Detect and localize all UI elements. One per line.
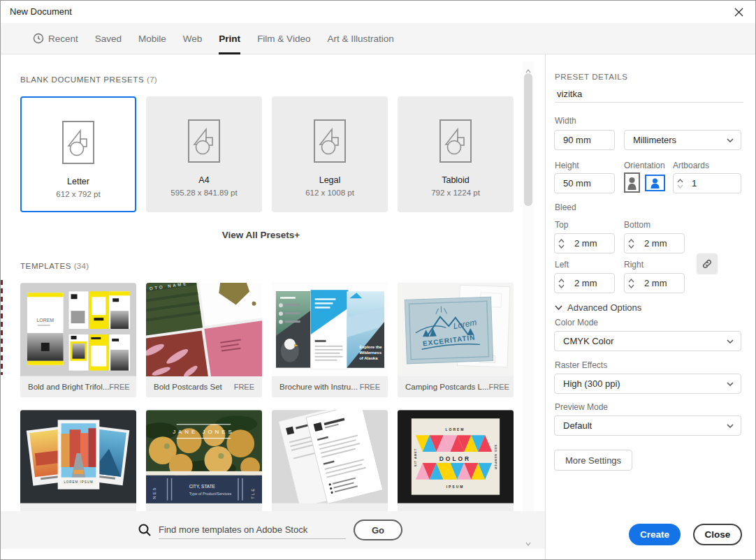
create-button[interactable]: Create xyxy=(629,524,681,545)
tab-bar: Recent Saved Mobile Web Print Film & Vid… xyxy=(1,23,755,54)
preset-details-panel: PRESET DETAILS Width 90 mm Millimeters H… xyxy=(546,54,755,559)
bleed-top-value: 2 mm xyxy=(567,238,597,249)
bleed-left-label: Left xyxy=(555,260,569,270)
stepper-arrows xyxy=(555,274,567,293)
template-name: Bold and Bright Trifol... xyxy=(28,383,109,391)
template-card-dolor-triangles[interactable]: LOREM DOLOR xyxy=(398,410,514,524)
blank-document-icon xyxy=(313,119,347,163)
height-value: 50 mm xyxy=(563,178,591,189)
more-settings-button[interactable]: More Settings xyxy=(554,450,632,471)
svg-text:DOLOR: DOLOR xyxy=(439,455,471,462)
landscape-orientation-button[interactable] xyxy=(645,175,665,191)
blank-document-icon xyxy=(61,120,95,165)
bleed-top-label: Top xyxy=(555,220,568,230)
svg-text:SED SEMPER: SED SEMPER xyxy=(494,445,497,470)
decrement-icon[interactable] xyxy=(628,244,634,249)
increment-icon[interactable] xyxy=(558,239,565,243)
template-thumbnail-trifold: LOREM xyxy=(20,283,136,376)
color-mode-label: Color Mode xyxy=(555,318,598,327)
portrait-orientation-button[interactable] xyxy=(624,172,640,193)
window-close-button[interactable] xyxy=(732,5,746,19)
svg-text:NES: NES xyxy=(152,486,157,499)
width-value: 90 mm xyxy=(563,135,591,145)
template-card-camping-postcards[interactable]: Lorem EXCERITATIN Camping Postcards L...… xyxy=(398,283,514,397)
stock-search-input[interactable] xyxy=(159,521,346,539)
svg-text:LOREM: LOREM xyxy=(36,318,54,323)
template-card-resume[interactable] xyxy=(272,410,388,524)
template-card-jane-jones[interactable]: JANE JONES CITY, STATE Type of Product/S… xyxy=(146,410,262,524)
height-input[interactable]: 50 mm xyxy=(554,173,615,193)
new-document-dialog: New Document Recent Saved Mobile Web Pri… xyxy=(0,0,756,560)
template-thumbnail-camping: Lorem EXCERITATIN xyxy=(398,283,514,376)
close-button[interactable]: Close xyxy=(693,524,742,545)
increment-icon[interactable] xyxy=(628,279,634,283)
tab-saved[interactable]: Saved xyxy=(87,23,130,54)
bleed-left-stepper[interactable]: 2 mm xyxy=(554,273,615,293)
tab-web-label: Web xyxy=(183,34,203,44)
decrement-icon[interactable] xyxy=(558,244,565,249)
bleed-label: Bleed xyxy=(555,202,576,212)
bleed-bottom-stepper[interactable]: 2 mm xyxy=(624,233,685,253)
bleed-right-stepper[interactable]: 2 mm xyxy=(624,273,685,293)
preset-card-letter[interactable]: Letter 612 x 792 pt xyxy=(20,96,136,212)
portrait-icon xyxy=(627,175,637,190)
preset-card-tabloid[interactable]: Tabloid 792 x 1224 pt xyxy=(398,96,514,212)
artboards-value: 1 xyxy=(686,178,697,189)
preset-name-input[interactable] xyxy=(555,86,743,103)
browse-panel: BLANK DOCUMENT PRESETS (7) Letter 612 x … xyxy=(1,54,546,559)
scroll-down-icon[interactable] xyxy=(525,536,531,549)
template-card-travel-posters[interactable]: LOREM IPSUM xyxy=(20,410,136,524)
increment-icon[interactable] xyxy=(628,239,634,243)
templates-scrollbar[interactable] xyxy=(523,61,534,511)
template-name: Camping Postcards L... xyxy=(405,383,489,391)
view-all-presets-link[interactable]: View All Presets+ xyxy=(1,230,521,240)
decrement-icon[interactable] xyxy=(677,184,683,189)
decrement-icon[interactable] xyxy=(628,284,634,288)
scrollbar-thumb[interactable] xyxy=(524,73,532,206)
svg-text:LOREM IPSUM: LOREM IPSUM xyxy=(64,480,93,484)
width-input[interactable]: 90 mm xyxy=(554,130,615,150)
tab-print-label: Print xyxy=(219,34,240,44)
preview-mode-select[interactable]: Default xyxy=(554,415,741,436)
stepper-arrows xyxy=(625,234,637,253)
search-icon xyxy=(138,523,152,537)
artboards-stepper-arrows xyxy=(674,174,686,193)
tab-mobile[interactable]: Mobile xyxy=(130,23,175,54)
preset-row: Letter 612 x 792 pt A4 595.28 x 841.89 p… xyxy=(20,96,514,212)
units-select[interactable]: Millimeters xyxy=(624,130,741,150)
svg-text:of Alaska: of Alaska xyxy=(359,356,378,360)
tab-art-illustration[interactable]: Art & Illustration xyxy=(319,23,402,54)
template-thumbnail-resume xyxy=(272,410,388,503)
raster-effects-label: Raster Effects xyxy=(555,360,607,370)
template-card-bold-postcards[interactable]: OTO NAME xyxy=(146,283,262,397)
stepper-arrows xyxy=(625,274,637,293)
increment-icon[interactable] xyxy=(558,279,565,283)
preset-dimensions: 595.28 x 841.89 pt xyxy=(146,189,262,197)
preset-card-a4[interactable]: A4 595.28 x 841.89 pt xyxy=(146,96,262,212)
increment-icon[interactable] xyxy=(677,179,683,183)
svg-text:IPSUM: IPSUM xyxy=(446,485,465,489)
bleed-top-stepper[interactable]: 2 mm xyxy=(554,233,615,253)
template-card-bold-bright-trifold[interactable]: LOREM xyxy=(20,283,136,397)
template-badge: FREE xyxy=(489,383,509,391)
svg-text:SIT AMET: SIT AMET xyxy=(414,448,417,466)
tab-film-video[interactable]: Film & Video xyxy=(249,23,319,54)
template-thumbnail-postcards: OTO NAME xyxy=(146,283,262,376)
tab-print[interactable]: Print xyxy=(210,23,249,54)
bleed-link-button[interactable] xyxy=(697,253,718,274)
preview-mode-value: Default xyxy=(563,420,592,431)
preset-name: Letter xyxy=(22,177,135,186)
preset-details-header: PRESET DETAILS xyxy=(555,73,627,81)
tab-web[interactable]: Web xyxy=(175,23,211,54)
svg-text:JANE JONES: JANE JONES xyxy=(173,429,235,435)
advanced-options-toggle[interactable]: Advanced Options xyxy=(555,302,641,313)
raster-effects-select[interactable]: High (300 ppi) xyxy=(554,374,741,394)
preset-name: Tabloid xyxy=(398,175,514,185)
template-card-brochure-alaska[interactable]: Explore the Wilderness of Alaska Brochur… xyxy=(272,283,388,397)
color-mode-select[interactable]: CMYK Color xyxy=(554,331,741,351)
decrement-icon[interactable] xyxy=(558,284,565,288)
go-button[interactable]: Go xyxy=(354,520,402,540)
preset-card-legal[interactable]: Legal 612 x 1008 pt xyxy=(272,96,388,212)
tab-recent[interactable]: Recent xyxy=(24,23,87,54)
artboards-stepper[interactable]: 1 xyxy=(673,173,741,193)
